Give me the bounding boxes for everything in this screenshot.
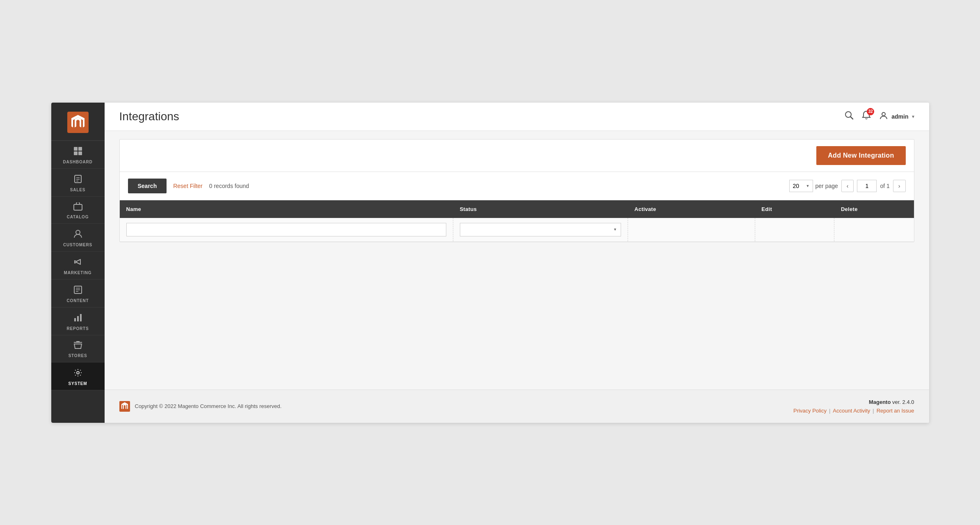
outer-wrapper: DASHBOARD SALES CATALOG xyxy=(39,86,941,439)
sidebar-item-sales[interactable]: SALES xyxy=(51,169,105,197)
notification-count: 32 xyxy=(867,108,874,115)
sidebar-item-label-catalog: CATALOG xyxy=(67,215,89,219)
per-page-label: per page xyxy=(816,183,838,189)
column-header-status: Status xyxy=(453,200,628,218)
svg-point-12 xyxy=(77,371,79,374)
add-new-integration-button[interactable]: Add New Integration xyxy=(816,146,905,165)
content-area: Add New Integration Search Reset Filter … xyxy=(119,139,914,242)
pagination-next-button[interactable]: › xyxy=(893,180,906,192)
column-header-delete: Delete xyxy=(834,200,914,218)
pagination-of-text: of 1 xyxy=(880,183,889,189)
sidebar-item-system[interactable]: SYSTEM xyxy=(51,362,105,390)
catalog-icon xyxy=(73,202,82,213)
filter-cell-activate xyxy=(628,218,755,242)
main-content: Integrations 32 a xyxy=(105,103,929,423)
page-body: Add New Integration Search Reset Filter … xyxy=(105,131,929,390)
search-button[interactable]: Search xyxy=(128,179,167,193)
column-header-edit: Edit xyxy=(755,200,834,218)
svg-rect-5 xyxy=(75,175,81,183)
footer-separator-2: | xyxy=(873,408,874,414)
footer-version: Magento ver. 2.4.0 xyxy=(793,399,914,405)
sales-icon xyxy=(74,174,82,186)
per-page-selector[interactable]: 20 30 50 100 200 per page xyxy=(789,180,838,192)
stores-icon xyxy=(73,341,82,351)
top-header: Integrations 32 a xyxy=(105,103,929,131)
svg-rect-9 xyxy=(74,318,76,321)
filter-input-name[interactable] xyxy=(126,223,447,236)
column-header-name: Name xyxy=(120,200,453,218)
footer-copyright-text: Copyright © 2022 Magento Commerce Inc. A… xyxy=(135,403,282,409)
reports-icon xyxy=(73,313,82,324)
reset-filter-link[interactable]: Reset Filter xyxy=(173,183,203,189)
svg-rect-0 xyxy=(67,112,89,133)
footer-copyright: Copyright © 2022 Magento Commerce Inc. A… xyxy=(119,401,282,412)
user-menu[interactable]: admin ▾ xyxy=(879,111,914,122)
sidebar-item-label-system: SYSTEM xyxy=(69,381,87,386)
footer-report-issue-link[interactable]: Report an Issue xyxy=(877,408,914,414)
svg-rect-3 xyxy=(74,151,78,155)
content-icon xyxy=(73,285,82,296)
filter-cell-edit xyxy=(755,218,834,242)
app-frame: DASHBOARD SALES CATALOG xyxy=(51,103,929,423)
svg-rect-6 xyxy=(74,204,82,210)
dashboard-icon xyxy=(73,147,82,158)
sidebar-item-content[interactable]: CONTENT xyxy=(51,280,105,307)
sidebar-item-reports[interactable]: REPORTS xyxy=(51,307,105,335)
per-page-select[interactable]: 20 30 50 100 200 xyxy=(789,180,813,192)
filter-cell-name xyxy=(120,218,453,242)
footer-separator-1: | xyxy=(829,408,830,414)
pagination-controls: 20 30 50 100 200 per page ‹ xyxy=(789,180,906,192)
sidebar-item-label-marketing: MARKETING xyxy=(64,271,92,275)
marketing-icon xyxy=(73,257,82,268)
sidebar-item-label-customers: CUSTOMERS xyxy=(63,243,92,247)
svg-point-7 xyxy=(76,230,80,234)
sidebar-item-label-content: CONTENT xyxy=(67,298,89,303)
global-search-icon[interactable] xyxy=(845,111,854,122)
notification-bell[interactable]: 32 xyxy=(862,110,871,123)
column-header-activate: Activate xyxy=(628,200,755,218)
records-count: 0 records found xyxy=(209,183,783,189)
footer-right: Magento ver. 2.4.0 Privacy Policy | Acco… xyxy=(793,399,914,414)
customers-icon xyxy=(73,229,82,241)
footer-magento-logo-icon xyxy=(119,401,130,412)
sidebar-item-stores[interactable]: STORES xyxy=(51,335,105,362)
user-name: admin xyxy=(891,113,908,120)
svg-rect-1 xyxy=(74,147,78,151)
sidebar-item-label-dashboard: DASHBOARD xyxy=(63,160,92,164)
svg-rect-10 xyxy=(77,316,79,321)
sidebar-item-label-stores: STORES xyxy=(69,353,87,358)
svg-point-14 xyxy=(882,112,885,116)
page-footer: Copyright © 2022 Magento Commerce Inc. A… xyxy=(105,390,929,423)
magento-logo-icon xyxy=(67,112,89,133)
footer-privacy-policy-link[interactable]: Privacy Policy xyxy=(793,408,827,414)
footer-account-activity-link[interactable]: Account Activity xyxy=(833,408,870,414)
table-filter-row: Active Inactive xyxy=(120,218,914,242)
sidebar-navigation: DASHBOARD SALES CATALOG xyxy=(51,141,105,423)
svg-rect-11 xyxy=(80,314,82,321)
page-title: Integrations xyxy=(119,110,179,123)
system-icon xyxy=(73,368,82,379)
svg-rect-2 xyxy=(78,147,82,151)
filter-cell-status: Active Inactive xyxy=(453,218,628,242)
pagination-page-input[interactable] xyxy=(857,180,877,192)
sidebar-item-customers[interactable]: CUSTOMERS xyxy=(51,224,105,252)
sidebar-item-label-sales: SALES xyxy=(70,188,85,192)
sidebar-item-dashboard[interactable]: DASHBOARD xyxy=(51,141,105,169)
integrations-table: Name Status Activate Edit Delete xyxy=(120,200,914,242)
user-avatar-icon xyxy=(879,111,888,122)
sidebar-logo xyxy=(51,103,105,141)
table-header-row: Name Status Activate Edit Delete xyxy=(120,200,914,218)
sidebar-item-marketing[interactable]: MARKETING xyxy=(51,252,105,280)
pagination-prev-button[interactable]: ‹ xyxy=(841,180,854,192)
filter-select-status[interactable]: Active Inactive xyxy=(460,223,621,236)
user-menu-chevron-icon: ▾ xyxy=(912,114,914,119)
sidebar: DASHBOARD SALES CATALOG xyxy=(51,103,105,423)
filter-bar: Search Reset Filter 0 records found 20 3… xyxy=(120,172,914,200)
svg-rect-4 xyxy=(78,151,82,155)
header-actions: 32 admin ▾ xyxy=(845,110,914,123)
filter-cell-delete xyxy=(834,218,914,242)
sidebar-item-catalog[interactable]: CATALOG xyxy=(51,197,105,224)
footer-version-number: ver. 2.4.0 xyxy=(892,399,914,405)
footer-links: Privacy Policy | Account Activity | Repo… xyxy=(793,408,914,414)
footer-brand-name: Magento xyxy=(869,399,891,405)
